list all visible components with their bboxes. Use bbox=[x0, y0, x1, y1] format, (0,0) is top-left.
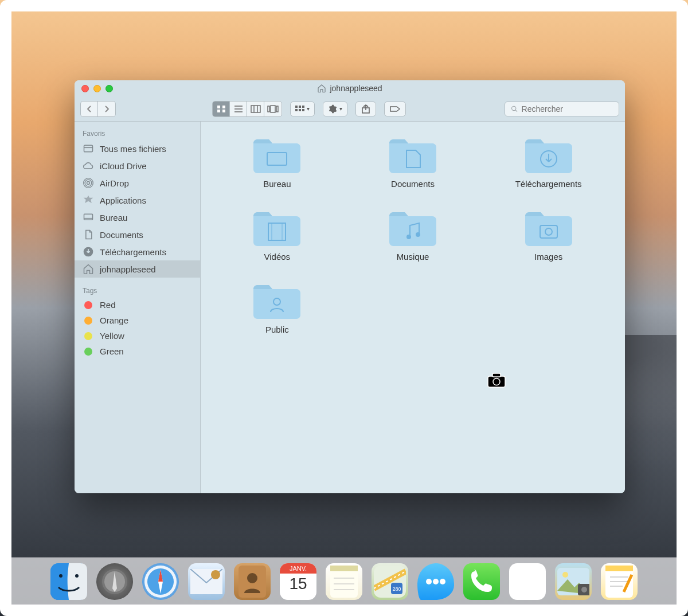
sidebar-tag-orange[interactable]: Orange bbox=[75, 313, 200, 328]
sidebar-item-downloads[interactable]: Téléchargements bbox=[75, 243, 200, 260]
sidebar-item-documents[interactable]: Documents bbox=[75, 226, 200, 243]
dock-item-contacts[interactable] bbox=[234, 563, 271, 600]
dock-item-launchpad[interactable] bbox=[96, 563, 133, 600]
svg-rect-27 bbox=[84, 214, 93, 220]
folder-label: Public bbox=[265, 325, 289, 334]
svg-rect-55 bbox=[330, 566, 358, 571]
titlebar[interactable]: johnappleseed bbox=[75, 80, 625, 96]
column-view-button[interactable] bbox=[247, 102, 264, 116]
list-view-button[interactable] bbox=[230, 102, 247, 116]
back-button[interactable] bbox=[81, 102, 98, 116]
dock-item-mail[interactable] bbox=[188, 563, 225, 600]
dock-item-notes[interactable] bbox=[326, 563, 362, 600]
forward-button[interactable] bbox=[98, 102, 115, 116]
folder-item[interactable]: Vidéos bbox=[231, 206, 323, 262]
window-title: johnappleseed bbox=[75, 84, 625, 93]
dock: JANV. 15 280 bbox=[11, 552, 677, 605]
arrange-button[interactable]: ▾ bbox=[290, 102, 315, 116]
folder-icon bbox=[523, 133, 574, 174]
folder-item[interactable]: Musique bbox=[367, 206, 459, 262]
zoom-button[interactable] bbox=[105, 85, 113, 92]
svg-rect-18 bbox=[302, 109, 304, 111]
svg-line-21 bbox=[515, 110, 517, 111]
folder-label: Musique bbox=[397, 252, 429, 262]
minimize-button[interactable] bbox=[93, 85, 101, 92]
close-button[interactable] bbox=[81, 85, 89, 92]
svg-point-42 bbox=[493, 379, 500, 385]
svg-point-20 bbox=[512, 106, 516, 110]
folder-icon bbox=[251, 133, 303, 174]
share-button[interactable] bbox=[355, 102, 376, 116]
documents-icon bbox=[83, 229, 94, 240]
sidebar-item-label: johnappleseed bbox=[100, 264, 156, 274]
sidebar-item-label: Yellow bbox=[100, 331, 124, 341]
svg-point-35 bbox=[406, 235, 411, 239]
tag-dot-icon bbox=[84, 301, 92, 309]
sidebar-item-airdrop[interactable]: AirDrop bbox=[75, 174, 200, 192]
sidebar-item-home[interactable]: johnappleseed bbox=[75, 260, 200, 278]
traffic-lights bbox=[75, 85, 113, 92]
svg-rect-17 bbox=[299, 109, 301, 111]
camera-cursor-icon bbox=[487, 373, 506, 388]
dock-item-pages[interactable] bbox=[601, 563, 638, 600]
folder-item[interactable]: Bureau bbox=[231, 133, 323, 189]
desktop-icon bbox=[83, 212, 94, 223]
sidebar-item-applications[interactable]: Applications bbox=[75, 192, 200, 209]
svg-point-63 bbox=[433, 579, 439, 584]
svg-rect-3 bbox=[222, 110, 225, 112]
calendar-day: 15 bbox=[289, 574, 307, 594]
svg-text:280: 280 bbox=[392, 586, 401, 592]
view-mode-buttons bbox=[212, 101, 282, 117]
coverflow-view-button[interactable] bbox=[264, 102, 282, 116]
dock-item-maps[interactable]: 280 bbox=[372, 563, 408, 600]
search-field[interactable] bbox=[505, 102, 619, 116]
svg-point-25 bbox=[85, 180, 92, 186]
sidebar-item-all-files[interactable]: Tous mes fichiers bbox=[75, 140, 200, 157]
svg-point-24 bbox=[87, 182, 90, 185]
dock-item-messages[interactable] bbox=[417, 563, 454, 600]
dock-item-calendar[interactable]: JANV. 15 bbox=[280, 563, 316, 600]
folder-item[interactable]: Images bbox=[503, 206, 595, 262]
folder-item[interactable]: Téléchargements bbox=[503, 133, 595, 189]
dock-item-finder[interactable] bbox=[50, 563, 87, 600]
chevron-down-icon: ▾ bbox=[339, 106, 342, 112]
svg-point-44 bbox=[59, 574, 62, 578]
sidebar-item-icloud[interactable]: iCloud Drive bbox=[75, 157, 200, 174]
svg-rect-70 bbox=[605, 566, 633, 571]
folder-label: Images bbox=[534, 252, 562, 262]
action-button[interactable]: ▾ bbox=[323, 102, 347, 116]
svg-rect-14 bbox=[299, 106, 301, 108]
svg-rect-7 bbox=[251, 106, 260, 112]
dock-item-photobooth[interactable] bbox=[509, 563, 546, 600]
sidebar-item-desktop[interactable]: Bureau bbox=[75, 209, 200, 226]
sidebar-item-label: Téléchargements bbox=[100, 247, 166, 257]
dock-item-safari[interactable] bbox=[142, 563, 179, 600]
sidebar-tag-red[interactable]: Red bbox=[75, 297, 200, 313]
search-input[interactable] bbox=[522, 104, 613, 114]
dock-item-photos[interactable] bbox=[555, 563, 592, 600]
toolbar: ▾ ▾ bbox=[75, 96, 625, 122]
sidebar-item-label: AirDrop bbox=[100, 178, 129, 188]
tag-dot-icon bbox=[84, 348, 92, 356]
chevron-down-icon: ▾ bbox=[307, 106, 310, 112]
sidebar-tag-green[interactable]: Green bbox=[75, 344, 200, 359]
folder-label: Vidéos bbox=[264, 252, 291, 262]
folder-item[interactable]: Documents bbox=[367, 133, 459, 189]
dock-item-facetime[interactable] bbox=[463, 563, 500, 600]
folder-item[interactable]: Public bbox=[231, 279, 323, 334]
folder-label: Bureau bbox=[263, 179, 291, 189]
home-icon bbox=[83, 263, 94, 275]
tags-button[interactable] bbox=[384, 102, 406, 116]
sidebar-item-label: Orange bbox=[100, 315, 128, 325]
sidebar-tag-yellow[interactable]: Yellow bbox=[75, 328, 200, 344]
content-area[interactable]: Bureau Documents Téléchargements Vidéos … bbox=[201, 122, 625, 493]
sidebar-item-label: Bureau bbox=[100, 213, 127, 223]
folder-icon bbox=[251, 206, 303, 247]
icon-view-button[interactable] bbox=[213, 102, 230, 116]
svg-rect-10 bbox=[268, 106, 269, 112]
icloud-icon bbox=[83, 160, 94, 171]
sidebar-item-label: iCloud Drive bbox=[100, 161, 147, 171]
nav-buttons bbox=[80, 101, 116, 117]
tag-dot-icon bbox=[84, 317, 92, 325]
sidebar: Favoris Tous mes fichiers iCloud Drive A… bbox=[75, 122, 201, 493]
